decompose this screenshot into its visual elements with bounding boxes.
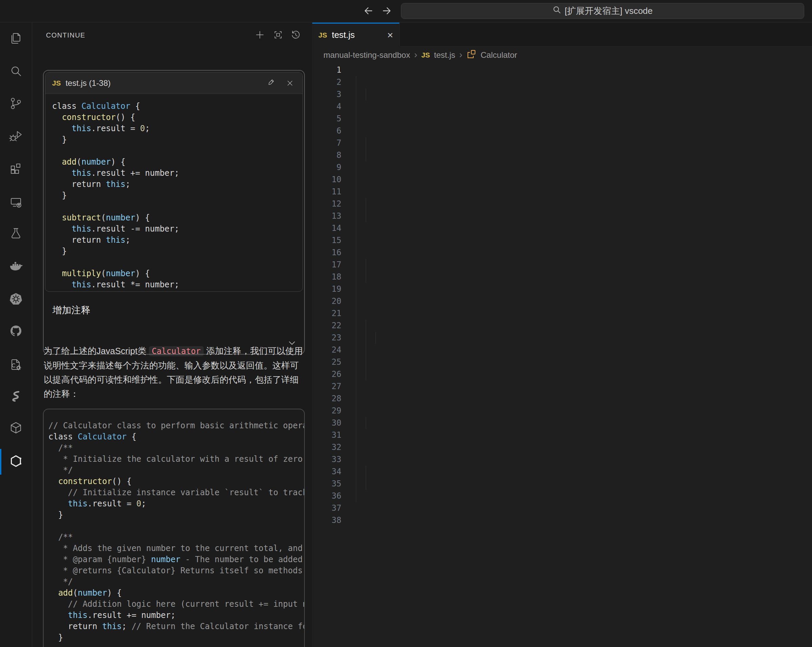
chevron-right-icon: ›	[414, 50, 417, 60]
tab-close-icon[interactable]: ×	[387, 30, 393, 40]
sidebar-item-extensions[interactable]	[0, 162, 32, 177]
line-number: 2	[312, 76, 356, 88]
code-line	[52, 145, 302, 157]
line-number-gutter: 1234567891011121314151617181920212223242…	[312, 64, 356, 526]
continue-panel: CONTINUE JS test.js (1-38) class Calcula…	[32, 23, 312, 647]
flask-icon	[8, 226, 23, 242]
code-editor[interactable]: 1234567891011121314151617181920212223242…	[312, 63, 812, 647]
line-number: 22	[312, 320, 356, 332]
code-line	[52, 257, 302, 268]
indent-guides	[356, 64, 812, 647]
editor-code-area[interactable]	[356, 64, 812, 647]
code-context-card: JS test.js (1-38) class Calculator { con…	[45, 72, 303, 292]
continue-input-box[interactable]: JS test.js (1-38) class Calculator { con…	[43, 70, 305, 355]
code-line: class Calculator {	[48, 431, 304, 443]
code-line: constructor() {	[52, 112, 302, 123]
command-center-search[interactable]: [扩展开发宿主] vscode	[401, 3, 804, 19]
sidebar-item-search[interactable]	[0, 65, 32, 79]
code-line: * Initialize the calculator with a resul…	[48, 454, 304, 465]
activity-bar	[0, 23, 32, 647]
response-text-segment: 为了给上述的JavaScript类	[44, 346, 149, 356]
sourcegraph-icon	[8, 389, 23, 405]
files-icon	[8, 31, 23, 47]
line-number: 38	[312, 514, 356, 526]
sidebar-item-explorer[interactable]	[0, 32, 32, 47]
line-number: 13	[312, 210, 356, 222]
sidebar-item-remote-explorer[interactable]	[0, 195, 32, 210]
search-text: [扩展开发宿主] vscode	[565, 5, 653, 17]
line-number: 16	[312, 247, 356, 259]
sidebar-item-docker[interactable]	[0, 260, 32, 274]
js-file-icon: JS	[421, 51, 430, 59]
code-line: subtract(number) {	[52, 212, 302, 224]
code-line: return this;	[52, 179, 302, 190]
sidebar-item-sourcegraph[interactable]	[0, 390, 32, 404]
github-icon	[8, 324, 23, 340]
line-number: 37	[312, 502, 356, 514]
code-card-content: class Calculator { constructor() { this.…	[45, 94, 302, 292]
line-number: 17	[312, 259, 356, 271]
maximize-button[interactable]	[271, 28, 285, 43]
breadcrumb-folder[interactable]: manual-testing-sandbox	[324, 50, 410, 60]
line-number: 34	[312, 466, 356, 478]
code-line: class Calculator {	[52, 101, 302, 112]
js-file-icon: JS	[318, 31, 327, 39]
close-icon[interactable]	[284, 78, 296, 89]
code-line: return this;	[52, 290, 302, 292]
line-number: 19	[312, 283, 356, 295]
symbol-class-icon	[467, 49, 477, 61]
code-line: }	[48, 509, 304, 521]
code-line	[48, 521, 304, 532]
debug-icon	[8, 128, 23, 145]
breadcrumb: manual-testing-sandbox › JS test.js › Ca…	[312, 47, 812, 63]
line-number: 11	[312, 186, 356, 198]
new-session-button[interactable]	[252, 28, 267, 43]
line-number: 7	[312, 137, 356, 149]
code-line: */	[48, 465, 304, 476]
arrow-left-icon	[363, 5, 374, 18]
sidebar-item-continue[interactable]	[0, 454, 32, 469]
breadcrumb-symbol[interactable]: Calculator	[481, 50, 517, 60]
code-line: multiply(number) {	[52, 268, 302, 279]
forward-button[interactable]	[380, 5, 394, 18]
sidebar-item-source-control[interactable]	[0, 97, 32, 111]
line-number: 21	[312, 307, 356, 320]
code-line: }	[52, 190, 302, 201]
sidebar-item-run-debug[interactable]	[0, 129, 32, 144]
kubernetes-icon	[8, 291, 23, 308]
line-number: 9	[312, 161, 356, 174]
back-button[interactable]	[361, 5, 375, 18]
line-number: 1	[312, 64, 356, 76]
paintbrush-icon[interactable]	[265, 78, 277, 89]
line-number: 33	[312, 453, 356, 466]
search-icon	[8, 64, 23, 80]
code-line: */	[48, 576, 304, 588]
code-line: /**	[48, 532, 304, 543]
breadcrumb-file[interactable]: test.js	[434, 50, 455, 60]
user-prompt-text: 增加注释	[52, 304, 90, 317]
tab-testjs[interactable]: JS test.js ×	[312, 23, 400, 46]
sidebar-item-cmake-tools[interactable]	[0, 358, 32, 373]
line-number: 12	[312, 198, 356, 210]
line-number: 23	[312, 332, 356, 344]
remote-explorer-icon	[8, 195, 23, 211]
code-line	[52, 201, 302, 212]
line-number: 32	[312, 441, 356, 453]
history-icon	[290, 29, 301, 41]
line-number: 25	[312, 356, 356, 368]
sidebar-item-kubernetes[interactable]	[0, 292, 32, 307]
line-number: 18	[312, 271, 356, 283]
assistant-response-text: 为了给上述的JavaScript类 Calculator 添加注释，我们可以使用…	[44, 344, 304, 401]
sidebar-item-github[interactable]	[0, 324, 32, 339]
chevron-right-icon: ›	[459, 50, 462, 60]
sidebar-item-dev-containers[interactable]	[0, 421, 32, 436]
code-card-title: test.js (1-38)	[66, 78, 111, 88]
panel-title: CONTINUE	[46, 32, 85, 39]
code-line: }	[52, 246, 302, 257]
maximize-icon	[273, 29, 284, 41]
sidebar-item-testing[interactable]	[0, 227, 32, 242]
history-button[interactable]	[288, 28, 303, 43]
plus-icon	[255, 29, 265, 41]
line-number: 26	[312, 368, 356, 380]
response-code-content: // Calculator class to perform basic ari…	[44, 410, 304, 643]
